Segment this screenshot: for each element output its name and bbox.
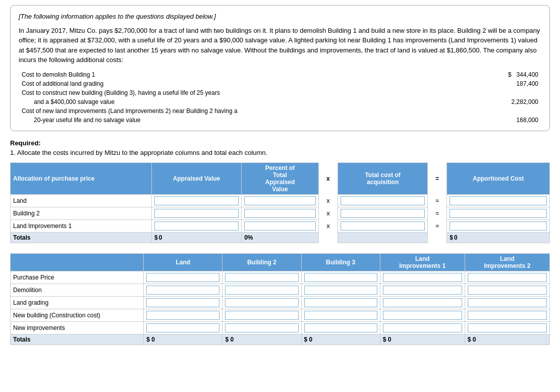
cost-label-3: Cost to construct new building (Building… bbox=[19, 88, 468, 97]
input-pp-li1[interactable] bbox=[383, 273, 462, 282]
row-label-newimprove: New improvements bbox=[11, 321, 144, 334]
input-land-apportioned[interactable] bbox=[450, 196, 547, 205]
th2-building2: Building 2 bbox=[222, 253, 301, 271]
input-nb-li2[interactable] bbox=[468, 311, 547, 320]
cell-ni-land[interactable] bbox=[144, 321, 222, 334]
input-lg-li2[interactable] bbox=[468, 298, 547, 307]
required-section: Required: 1. Allocate the costs incurred… bbox=[10, 139, 550, 156]
cell-pp-b3[interactable] bbox=[301, 271, 380, 284]
cell-b2-percent[interactable] bbox=[242, 207, 319, 219]
input-lg-b3[interactable] bbox=[304, 298, 377, 307]
cell-pp-li1[interactable] bbox=[380, 271, 465, 284]
cell-nb-b2[interactable] bbox=[222, 309, 301, 321]
input-b2-acquisition[interactable] bbox=[341, 209, 425, 218]
totals-label: Totals bbox=[11, 232, 152, 243]
x-operator-total bbox=[318, 232, 338, 243]
cell-lg-b3[interactable] bbox=[301, 296, 380, 309]
input-li1-acquisition[interactable] bbox=[341, 221, 425, 231]
totals2-li1-val: 0 bbox=[388, 336, 391, 343]
cell-b2-apportioned[interactable] bbox=[447, 207, 550, 219]
input-pp-land[interactable] bbox=[146, 273, 219, 282]
cell-land-percent[interactable] bbox=[242, 194, 319, 207]
cell-ni-b3[interactable] bbox=[301, 321, 380, 334]
input-b2-percent[interactable] bbox=[244, 209, 316, 218]
input-b2-appraised[interactable] bbox=[154, 209, 239, 218]
input-lg-li1[interactable] bbox=[383, 298, 462, 307]
cost-label-5: Cost of new land improvements (Land Impr… bbox=[19, 106, 468, 116]
input-ni-li1[interactable] bbox=[383, 323, 462, 332]
cell-nb-land[interactable] bbox=[144, 309, 222, 321]
eq-operator-land: = bbox=[428, 194, 447, 207]
input-pp-li2[interactable] bbox=[468, 273, 547, 282]
cell-land-acquisition[interactable] bbox=[338, 194, 428, 207]
cell-lg-b2[interactable] bbox=[222, 296, 301, 309]
th-apportioned: Apportioned Cost bbox=[447, 162, 550, 194]
cell-pp-li2[interactable] bbox=[465, 271, 549, 284]
cell-lg-land[interactable] bbox=[144, 296, 222, 309]
dollar-sign-2: $ bbox=[450, 234, 453, 241]
eq-operator-total bbox=[428, 232, 447, 243]
input-ni-b3[interactable] bbox=[304, 323, 377, 332]
cell-pp-land[interactable] bbox=[144, 271, 222, 284]
table-row: Demolition bbox=[11, 284, 550, 296]
cell-dem-b3[interactable] bbox=[301, 284, 380, 296]
input-li1-percent[interactable] bbox=[244, 221, 316, 231]
th2-col1 bbox=[11, 253, 144, 271]
cell-ni-b2[interactable] bbox=[222, 321, 301, 334]
cell-li1-acquisition[interactable] bbox=[338, 219, 428, 232]
cell-pp-b2[interactable] bbox=[222, 271, 301, 284]
input-nb-li1[interactable] bbox=[383, 311, 462, 320]
input-dem-li2[interactable] bbox=[468, 286, 547, 295]
cell-ni-li1[interactable] bbox=[380, 321, 465, 334]
input-land-percent[interactable] bbox=[244, 196, 316, 205]
cell-dem-li2[interactable] bbox=[465, 284, 549, 296]
input-ni-b2[interactable] bbox=[225, 323, 298, 332]
input-ni-li2[interactable] bbox=[468, 323, 547, 332]
input-b2-apportioned[interactable] bbox=[450, 209, 547, 218]
input-land-acquisition[interactable] bbox=[341, 196, 425, 205]
input-nb-land[interactable] bbox=[146, 311, 219, 320]
th-percent: Percent of Total Appraised Value bbox=[242, 162, 319, 194]
cost-label-6: 20-year useful life and no salvage value bbox=[19, 116, 468, 125]
th2-li2: Land Improvements 2 bbox=[465, 253, 549, 271]
totals-apportioned-value: 0 bbox=[454, 234, 458, 241]
cell-land-apportioned[interactable] bbox=[447, 194, 550, 207]
input-dem-b2[interactable] bbox=[225, 286, 298, 295]
input-pp-b3[interactable] bbox=[304, 273, 377, 282]
cell-nb-li1[interactable] bbox=[380, 309, 465, 321]
cell-lg-li2[interactable] bbox=[465, 296, 549, 309]
input-nb-b2[interactable] bbox=[225, 311, 298, 320]
input-dem-b3[interactable] bbox=[304, 286, 377, 295]
cell-dem-b2[interactable] bbox=[222, 284, 301, 296]
input-li1-apportioned[interactable] bbox=[450, 221, 547, 231]
th-appraised: Appraised Value bbox=[151, 162, 241, 194]
cell-li1-percent[interactable] bbox=[242, 219, 319, 232]
cell-nb-li2[interactable] bbox=[465, 309, 549, 321]
cell-b2-acquisition[interactable] bbox=[338, 207, 428, 219]
table-row: New building (Construction cost) bbox=[11, 309, 550, 321]
cell-lg-li1[interactable] bbox=[380, 296, 465, 309]
cell-ni-li2[interactable] bbox=[465, 321, 549, 334]
cell-land-appraised[interactable] bbox=[151, 194, 241, 207]
cell-b2-appraised[interactable] bbox=[151, 207, 241, 219]
input-lg-b2[interactable] bbox=[225, 298, 298, 307]
cell-li1-appraised[interactable] bbox=[151, 219, 241, 232]
input-nb-b3[interactable] bbox=[304, 311, 377, 320]
cell-li1-apportioned[interactable] bbox=[447, 219, 550, 232]
cost-table: Cost to demolish Building 1 $ 344,400 Co… bbox=[19, 70, 541, 125]
cell-dem-li1[interactable] bbox=[380, 284, 465, 296]
input-lg-land[interactable] bbox=[146, 298, 219, 307]
input-ni-land[interactable] bbox=[146, 323, 219, 332]
input-li1-appraised[interactable] bbox=[154, 221, 239, 231]
cell-nb-b3[interactable] bbox=[301, 309, 380, 321]
paragraph-text: In January 2017, Mitzu Co. pays $2,700,0… bbox=[19, 26, 541, 65]
totals-row: Totals $ 0 0% $ 0 bbox=[11, 232, 550, 243]
input-pp-b2[interactable] bbox=[225, 273, 298, 282]
input-dem-land[interactable] bbox=[146, 286, 219, 295]
cell-dem-land[interactable] bbox=[144, 284, 222, 296]
allocation-table-wrapper: Allocation of purchase price Appraised V… bbox=[10, 162, 550, 243]
input-dem-li1[interactable] bbox=[383, 286, 462, 295]
input-land-appraised[interactable] bbox=[154, 196, 239, 205]
table-row: Land Improvements 1 x = bbox=[11, 219, 550, 232]
cost-label-4: and a $400,000 salvage value bbox=[19, 97, 468, 106]
